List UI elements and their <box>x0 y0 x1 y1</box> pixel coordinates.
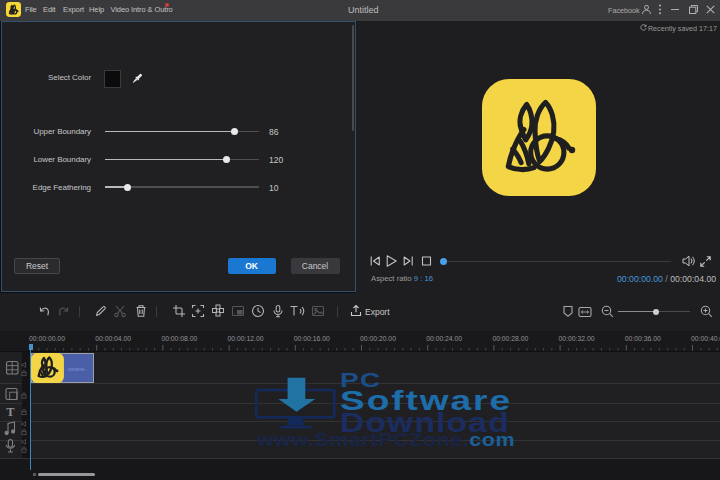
svg-text:T: T <box>6 405 15 419</box>
